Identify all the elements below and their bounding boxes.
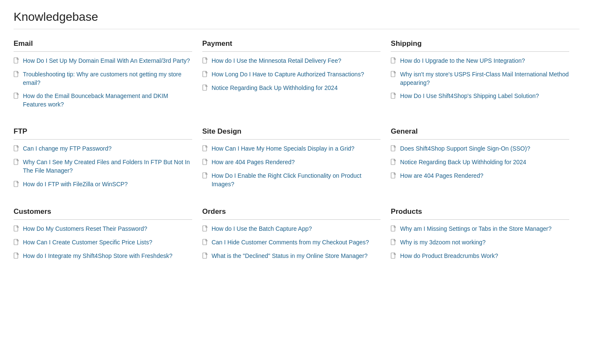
document-icon xyxy=(391,158,397,167)
svg-rect-8 xyxy=(391,93,395,98)
list-item: How do I Use the Minnesota Retail Delive… xyxy=(202,57,381,65)
document-icon xyxy=(202,225,208,233)
article-link-sd-3[interactable]: How Do I Enable the Right Click Function… xyxy=(212,172,381,188)
document-icon xyxy=(391,70,397,79)
list-item: How do I Use the Batch Capture App? xyxy=(202,225,381,233)
list-item: How Do I Use Shift4Shop's Shipping Label… xyxy=(391,92,569,101)
category-title-orders: Orders xyxy=(202,207,381,220)
page-title: Knowledgebase xyxy=(14,10,579,29)
category-general: General Does Shift4Shop Support Single S… xyxy=(391,127,579,207)
svg-rect-14 xyxy=(203,173,207,178)
article-link-email-3[interactable]: How do the Email Bounceback Management a… xyxy=(23,92,192,109)
article-list-customers: How Do My Customers Reset Their Password… xyxy=(14,225,192,260)
category-shipping: Shipping How do I Upgrade to the New UPS… xyxy=(391,39,579,127)
article-link-cust-2[interactable]: How Can I Create Customer Specific Price… xyxy=(23,238,152,247)
article-list-products: Why am I Missing Settings or Tabs in the… xyxy=(391,225,569,260)
article-link-email-1[interactable]: How Do I Set Up My Domain Email With An … xyxy=(23,57,190,65)
article-link-payment-3[interactable]: Notice Regarding Back Up Withholding for… xyxy=(212,84,338,92)
svg-rect-26 xyxy=(391,253,395,258)
svg-rect-13 xyxy=(203,159,207,165)
document-icon xyxy=(391,225,397,233)
document-icon xyxy=(14,225,20,233)
article-link-cust-1[interactable]: How Do My Customers Reset Their Password… xyxy=(23,225,147,233)
document-icon xyxy=(391,238,397,247)
categories-grid: Email How Do I Set Up My Domain Email Wi… xyxy=(14,39,579,279)
document-icon xyxy=(202,84,208,92)
article-link-payment-2[interactable]: How Long Do I Have to Capture Authorized… xyxy=(212,70,364,79)
document-icon xyxy=(391,172,397,180)
svg-rect-25 xyxy=(391,239,395,245)
document-icon xyxy=(202,57,208,65)
article-link-sd-1[interactable]: How Can I Have My Home Specials Display … xyxy=(212,145,355,153)
document-icon xyxy=(202,172,208,180)
svg-rect-12 xyxy=(203,146,207,151)
svg-rect-7 xyxy=(391,71,395,77)
list-item: How do I FTP with FileZilla or WinSCP? xyxy=(14,180,192,189)
article-link-ord-2[interactable]: Can I Hide Customer Comments from my Che… xyxy=(212,238,369,247)
list-item: How Do I Set Up My Domain Email With An … xyxy=(14,57,192,65)
category-products: Products Why am I Missing Settings or Ta… xyxy=(391,207,579,279)
article-link-sd-2[interactable]: How are 404 Pages Rendered? xyxy=(212,158,295,167)
article-link-shipping-3[interactable]: How Do I Use Shift4Shop's Shipping Label… xyxy=(400,92,539,101)
article-link-email-2[interactable]: Troubleshooting tip: Why are customers n… xyxy=(23,70,192,87)
document-icon xyxy=(391,252,397,260)
article-link-gen-2[interactable]: Notice Regarding Back Up Withholding for… xyxy=(400,158,526,167)
article-link-prod-2[interactable]: Why is my 3dzoom not working? xyxy=(400,238,486,247)
svg-rect-21 xyxy=(203,226,207,231)
category-customers: Customers How Do My Customers Reset Thei… xyxy=(14,207,202,279)
article-link-shipping-1[interactable]: How do I Upgrade to the New UPS Integrat… xyxy=(400,57,525,65)
document-icon xyxy=(14,145,20,153)
document-icon xyxy=(391,57,397,65)
article-link-ftp-1[interactable]: Can I change my FTP Password? xyxy=(23,145,112,153)
article-link-ftp-3[interactable]: How do I FTP with FileZilla or WinSCP? xyxy=(23,180,128,189)
svg-rect-23 xyxy=(203,253,207,258)
article-list-orders: How do I Use the Batch Capture App? Can … xyxy=(202,225,381,260)
article-link-payment-1[interactable]: How do I Use the Minnesota Retail Delive… xyxy=(212,57,341,65)
article-list-site-design: How Can I Have My Home Specials Display … xyxy=(202,145,381,188)
category-title-site-design: Site Design xyxy=(202,127,381,140)
svg-rect-17 xyxy=(391,173,395,178)
document-icon xyxy=(202,238,208,247)
article-link-shipping-2[interactable]: Why isn't my store's USPS First-Class Ma… xyxy=(400,70,569,87)
list-item: Does Shift4Shop Support Single Sign-On (… xyxy=(391,145,569,153)
list-item: Why is my 3dzoom not working? xyxy=(391,238,569,247)
list-item: How are 404 Pages Rendered? xyxy=(202,158,381,167)
list-item: How Long Do I Have to Capture Authorized… xyxy=(202,70,381,79)
list-item: Can I change my FTP Password? xyxy=(14,145,192,153)
article-link-gen-1[interactable]: Does Shift4Shop Support Single Sign-On (… xyxy=(400,145,530,153)
svg-rect-19 xyxy=(14,239,18,245)
list-item: How Do My Customers Reset Their Password… xyxy=(14,225,192,233)
article-link-gen-3[interactable]: How are 404 Pages Rendered? xyxy=(400,172,483,180)
document-icon xyxy=(202,70,208,79)
article-link-ord-3[interactable]: What is the "Declined" Status in my Onli… xyxy=(212,252,368,260)
list-item: How Do I Enable the Right Click Function… xyxy=(202,172,381,188)
category-title-general: General xyxy=(391,127,569,140)
category-title-shipping: Shipping xyxy=(391,39,569,52)
category-title-customers: Customers xyxy=(14,207,192,220)
svg-rect-10 xyxy=(14,159,18,165)
list-item: Troubleshooting tip: Why are customers n… xyxy=(14,70,192,87)
svg-rect-9 xyxy=(14,146,18,151)
article-link-prod-3[interactable]: How do Product Breadcrumbs Work? xyxy=(400,252,498,260)
category-title-email: Email xyxy=(14,39,192,52)
article-list-ftp: Can I change my FTP Password? Why Can I … xyxy=(14,145,192,188)
article-link-ord-1[interactable]: How do I Use the Batch Capture App? xyxy=(212,225,312,233)
article-list-email: How Do I Set Up My Domain Email With An … xyxy=(14,57,192,109)
svg-rect-4 xyxy=(203,71,207,77)
list-item: How do I Integrate my Shift4Shop Store w… xyxy=(14,252,192,260)
article-list-payment: How do I Use the Minnesota Retail Delive… xyxy=(202,57,381,92)
article-link-ftp-2[interactable]: Why Can I See My Created Files and Folde… xyxy=(23,158,192,175)
category-site-design: Site Design How Can I Have My Home Speci… xyxy=(202,127,391,207)
article-link-prod-1[interactable]: Why am I Missing Settings or Tabs in the… xyxy=(400,225,551,233)
document-icon xyxy=(14,92,20,101)
list-item: How Can I Create Customer Specific Price… xyxy=(14,238,192,247)
article-list-general: Does Shift4Shop Support Single Sign-On (… xyxy=(391,145,569,180)
article-link-cust-3[interactable]: How do I Integrate my Shift4Shop Store w… xyxy=(23,252,173,260)
svg-rect-15 xyxy=(391,146,395,151)
document-icon xyxy=(14,158,20,167)
svg-rect-2 xyxy=(14,93,18,98)
svg-rect-11 xyxy=(14,181,18,187)
svg-rect-22 xyxy=(203,239,207,245)
category-payment: Payment How do I Use the Minnesota Retai… xyxy=(202,39,391,127)
list-item: How do the Email Bounceback Management a… xyxy=(14,92,192,109)
